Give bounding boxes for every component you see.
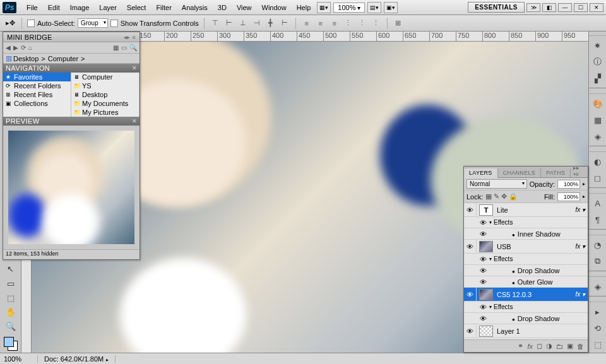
mb-search-icon[interactable]: 🔍 (129, 44, 137, 51)
zoom-tool[interactable]: 🔍 (3, 320, 19, 334)
masks-icon[interactable]: ◻ (592, 172, 603, 184)
tab-channels[interactable]: CHANNELS (498, 168, 541, 177)
mb-preview-toggle-icon[interactable]: ▭ (121, 44, 127, 51)
adjustment-icon[interactable]: ◑ (546, 342, 552, 350)
delete-icon[interactable]: 🗑 (577, 343, 584, 350)
layer-effects-header[interactable]: 👁▾ Effects (464, 302, 588, 313)
mb-preview[interactable] (3, 126, 140, 249)
auto-select-checkbox[interactable] (27, 20, 35, 27)
mb-nav-desktop[interactable]: 🖥Desktop (71, 90, 139, 99)
distribute-bottom-icon[interactable]: ≡ (329, 18, 340, 29)
distribute-vcenter-icon[interactable]: ≡ (315, 18, 326, 29)
styles-icon[interactable]: ◈ (592, 131, 603, 142)
adjustments-icon[interactable]: ◐ (592, 156, 603, 167)
menu-filter[interactable]: Filter (151, 3, 176, 13)
menu-view[interactable]: View (232, 3, 257, 13)
distribute-left-icon[interactable]: ⋮ (343, 18, 354, 29)
fill-input[interactable]: 100% (557, 192, 580, 201)
menu-3d[interactable]: 3D (213, 3, 232, 13)
mb-reload-icon[interactable]: ⟳ (21, 44, 26, 51)
layer-usb[interactable]: 👁USBfx ▾ (464, 240, 588, 254)
visibility-toggle[interactable]: 👁 (464, 240, 477, 253)
status-doc[interactable]: Doc: 642.0K/1.80M▸ (38, 355, 116, 363)
distribute-right-icon[interactable]: ⋮ (371, 18, 382, 29)
clone-panel-icon[interactable]: ⧉ (592, 255, 603, 267)
actions-icon[interactable]: ▸ (592, 306, 603, 317)
info-icon[interactable]: ⓘ (592, 56, 603, 68)
expand-panels-icon[interactable]: ≫ (526, 3, 540, 12)
histogram-icon[interactable]: ▞ (592, 73, 603, 84)
panel-menu-icon[interactable]: ◂▸ ≡ (124, 34, 136, 40)
mb-nav-my-documents[interactable]: 📁My Documents (71, 99, 139, 108)
visibility-toggle[interactable]: 👁 (464, 324, 477, 338)
mb-forward-icon[interactable]: ▶ (13, 44, 18, 51)
status-dropdown-icon[interactable]: ▸ (106, 357, 109, 363)
layer-lite[interactable]: 👁TLitefx ▾ (464, 203, 588, 217)
lock-all-icon[interactable]: 🔒 (509, 192, 518, 201)
layers-list[interactable]: 👁TLitefx ▾👁▾ Effects👁●Inner Shadow👁USBfx… (464, 203, 588, 339)
menu-edit[interactable]: Edit (43, 3, 65, 13)
menu-window[interactable]: Window (257, 3, 292, 13)
mask-icon[interactable]: ◻ (537, 342, 542, 350)
hand-tool[interactable]: ✋ (3, 305, 19, 319)
layer-effects-header[interactable]: 👁▾ Effects (464, 217, 588, 228)
shape-tool[interactable]: ▭ (3, 276, 19, 290)
effect-outer-glow[interactable]: 👁●Outer Glow (464, 276, 588, 288)
mb-nav-close-icon[interactable]: ✕ (132, 65, 137, 71)
navigator-icon[interactable]: ✷ (592, 40, 603, 51)
mb-nav-recent-files[interactable]: 🗎Recent Files (3, 90, 71, 99)
character-icon[interactable]: A (592, 197, 603, 209)
auto-select-dropdown[interactable]: Group (78, 18, 108, 28)
launch-bridge-icon[interactable]: ▦▾ (317, 2, 331, 13)
maximize-icon[interactable]: ☐ (574, 3, 588, 12)
close-icon[interactable]: ✕ (590, 3, 603, 12)
layers-icon[interactable]: ◈ (592, 281, 603, 292)
mb-nav-ys[interactable]: 📁YS (71, 81, 139, 90)
swatches-icon[interactable]: ▦ (592, 114, 603, 126)
show-transform-checkbox[interactable] (110, 20, 118, 27)
mb-back-icon[interactable]: ◀ (6, 44, 11, 51)
paragraph-icon[interactable]: ¶ (592, 214, 603, 225)
menu-image[interactable]: Image (65, 3, 95, 13)
distribute-top-icon[interactable]: ≡ (301, 18, 312, 29)
mb-nav-recent-folders[interactable]: ⟳Recent Folders (3, 81, 71, 90)
tab-layers[interactable]: LAYERS (464, 168, 498, 178)
fx-icon[interactable]: fx (527, 343, 533, 350)
mb-home-icon[interactable]: ⌂ (28, 44, 32, 51)
cs-live-icon[interactable]: ◧ (542, 3, 556, 12)
mb-nav-my-pictures[interactable]: 📁My Pictures (71, 108, 139, 117)
effect-drop-shadow[interactable]: 👁●Drop Shadow (464, 313, 588, 324)
mb-nav-favorites[interactable]: ★Favorites (3, 73, 71, 81)
visibility-toggle[interactable]: 👁 (464, 288, 477, 301)
blend-mode-dropdown[interactable]: Normal (466, 179, 527, 189)
opacity-input[interactable]: 100% (557, 180, 580, 189)
menu-analysis[interactable]: Analysis (177, 3, 213, 13)
arrange-docs-icon[interactable]: ▤▾ (367, 2, 381, 13)
lock-image-icon[interactable]: ✎ (494, 192, 499, 201)
status-zoom[interactable]: 100% (0, 355, 38, 363)
align-right-icon[interactable]: ⊢ (279, 18, 290, 29)
workspace-switcher[interactable]: ESSENTIALS (468, 2, 525, 13)
mini-bridge-tab[interactable]: MINI BRIDGE◂▸ ≡ (3, 32, 140, 42)
lock-position-icon[interactable]: ✥ (501, 192, 507, 201)
visibility-toggle[interactable]: 👁 (464, 203, 477, 216)
align-left-icon[interactable]: ⊣ (251, 18, 263, 29)
brush-panel-icon[interactable]: ◔ (592, 239, 603, 250)
menu-select[interactable]: Select (122, 3, 152, 13)
mb-preview-close-icon[interactable]: ✕ (132, 118, 137, 124)
layer-layer-1[interactable]: 👁Layer 1 (464, 324, 588, 338)
3d-panel-icon[interactable]: ⬚ (592, 339, 603, 350)
align-top-icon[interactable]: ⊤ (210, 18, 221, 29)
align-vcenter-icon[interactable]: ⊢ (223, 18, 235, 29)
mb-view-icon[interactable]: ▦ (113, 44, 119, 51)
group-icon[interactable]: 🗀 (556, 343, 563, 350)
panel-collapse-icon[interactable]: ▸▸ ▪≡ (571, 165, 588, 177)
layer-effects-header[interactable]: 👁▾ Effects (464, 254, 588, 265)
path-tool[interactable]: ↖ (3, 262, 19, 276)
minimize-icon[interactable]: — (558, 3, 572, 12)
align-bottom-icon[interactable]: ⊥ (237, 18, 249, 29)
link-layers-icon[interactable]: ⚭ (518, 342, 523, 350)
layer-cs5-12-0-3[interactable]: 👁CS5 12.0.3fx ▾ (464, 288, 588, 302)
app-logo[interactable]: Ps (3, 2, 16, 13)
3d-tool[interactable]: ⬚ (3, 291, 19, 305)
